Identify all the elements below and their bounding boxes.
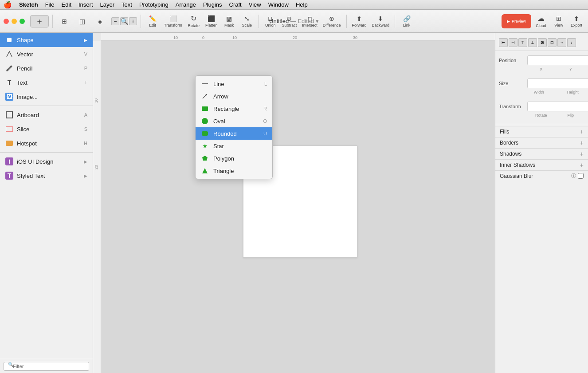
gaussian-blur-toggle[interactable] — [578, 173, 584, 179]
width-input[interactable] — [527, 79, 588, 88]
menu-file[interactable]: File — [45, 1, 55, 8]
sidebar-item-pencil[interactable]: Pencil P — [0, 61, 93, 75]
sidebar-item-styled-text[interactable]: T Styled Text ▶ — [0, 169, 93, 183]
canvas-area[interactable]: -10 0 10 20 30 10 20 Icon1 — [93, 33, 495, 373]
zoom-in-button[interactable]: 🔍 — [120, 17, 128, 25]
link-icon: 🔗 — [403, 15, 411, 22]
align-center-v-btn[interactable]: ⊠ — [538, 38, 547, 47]
difference-button[interactable]: ⊕ Difference — [321, 12, 343, 31]
dropdown-item-polygon[interactable]: Polygon — [196, 152, 272, 165]
rotate-button[interactable]: ↻ Rotate — [186, 12, 202, 31]
sidebar-item-hotspot[interactable]: Hotspot H — [0, 136, 93, 150]
dropdown-item-line[interactable]: Line L — [196, 78, 272, 90]
menu-sketch[interactable]: Sketch — [19, 1, 38, 8]
inner-shadows-section-header[interactable]: Inner Shadows + — [495, 159, 588, 170]
transform-label: Transform — [499, 104, 525, 109]
preview-icon: ▶ — [507, 19, 510, 24]
polygon-shape-icon — [201, 154, 209, 162]
dropdown-item-rectangle[interactable]: Rectangle R — [196, 102, 272, 115]
sidebar-item-shape[interactable]: Shape ▶ — [0, 33, 93, 47]
menu-view[interactable]: View — [249, 1, 261, 8]
dist-h-btn[interactable]: ↔ — [557, 38, 566, 47]
menu-edit[interactable]: Edit — [62, 1, 71, 8]
x-input[interactable] — [527, 55, 588, 65]
zoom-plus-button[interactable]: + — [129, 17, 137, 25]
gaussian-blur-section-header[interactable]: Gaussian Blur ⓘ — [495, 170, 588, 181]
panel-divider-sections — [495, 124, 588, 124]
menu-insert[interactable]: Insert — [78, 1, 93, 8]
sidebar-item-ios-ui-design[interactable]: i iOS UI Design ▶ — [0, 154, 93, 169]
symbol-insert-btn[interactable]: ◈ — [92, 12, 108, 31]
maximize-button[interactable] — [20, 19, 25, 24]
edit-button[interactable]: ✏️ Edit — [145, 12, 161, 31]
borders-add-btn[interactable]: + — [580, 139, 584, 146]
components-btn[interactable]: ◫ — [74, 12, 90, 31]
forward-button[interactable]: ⬆ Forward — [350, 12, 368, 31]
sidebar-item-image[interactable]: 🖼 Image... — [0, 90, 93, 104]
cloud-layers-btn[interactable]: ⊞ — [56, 12, 72, 31]
align-right-edge-btn[interactable]: ⊤ — [518, 38, 527, 47]
oval-shape-icon — [201, 117, 209, 125]
pencil-icon — [5, 64, 13, 72]
toolbar-separator-2 — [141, 15, 141, 28]
menu-plugins[interactable]: Plugins — [203, 1, 222, 8]
menu-layer[interactable]: Layer — [100, 1, 115, 8]
fills-add-btn[interactable]: + — [580, 128, 584, 135]
dropdown-item-star[interactable]: ★ Star — [196, 140, 272, 152]
position-labels-row: X Y — [499, 67, 584, 71]
filter-input[interactable] — [4, 362, 89, 371]
sidebar-item-slice[interactable]: Slice S — [0, 122, 93, 136]
minimize-button[interactable] — [12, 19, 17, 24]
link-button[interactable]: 🔗 Link — [399, 12, 415, 31]
menu-arrange[interactable]: Arrange — [176, 1, 196, 8]
insert-button[interactable]: ＋ — [30, 15, 49, 27]
flatten-icon: ⬛ — [208, 15, 215, 22]
mask-button[interactable]: ▩ Mask — [221, 12, 237, 31]
rotate-input[interactable] — [527, 102, 588, 111]
arrow-shape-icon — [201, 92, 209, 100]
transform-section: Transform ↔ ↕ Rotate Flip — [495, 99, 588, 122]
close-button[interactable] — [4, 19, 9, 24]
dropdown-item-triangle[interactable]: Triangle — [196, 165, 272, 177]
fills-section-header[interactable]: Fills + — [495, 126, 588, 137]
size-label: Size — [499, 81, 525, 86]
ruler-horizontal: -10 0 10 20 30 — [101, 33, 495, 41]
flatten-button[interactable]: ⬛ Flatten — [204, 12, 220, 31]
cloud-button[interactable]: ☁ Cloud — [533, 12, 549, 31]
align-left-edge-btn[interactable]: ⊢ — [499, 38, 508, 47]
dropdown-item-oval[interactable]: Oval O — [196, 115, 272, 127]
transform-button[interactable]: ⬜ Transform — [162, 12, 184, 31]
text-icon: T — [5, 79, 13, 86]
menu-craft[interactable]: Craft — [229, 1, 242, 8]
ruler-vertical: 10 20 — [93, 41, 101, 373]
borders-section-header[interactable]: Borders + — [495, 137, 588, 148]
menu-text[interactable]: Text — [122, 1, 132, 8]
view-button[interactable]: ⊞ View — [551, 12, 567, 31]
components-icon: ◫ — [79, 18, 85, 25]
size-labels-row: Width Height — [499, 90, 584, 94]
sidebar-item-text[interactable]: T Text T — [0, 75, 93, 90]
dist-v-btn[interactable]: ↕ — [567, 38, 576, 47]
menu-help[interactable]: Help — [296, 1, 308, 8]
align-top-edge-btn[interactable]: ⊥ — [528, 38, 537, 47]
sidebar-item-vector[interactable]: Vector V — [0, 47, 93, 61]
menu-prototyping[interactable]: Prototyping — [139, 1, 169, 8]
align-center-h-btn[interactable]: ⊣ — [509, 38, 517, 47]
apple-menu[interactable]: 🍎 — [4, 1, 12, 9]
shadows-section-header[interactable]: Shadows + — [495, 148, 588, 159]
dropdown-item-arrow[interactable]: Arrow — [196, 90, 272, 102]
toolbar-separator-1 — [52, 15, 53, 28]
zoom-out-button[interactable]: − — [111, 17, 119, 25]
backward-button[interactable]: ⬇ Backward — [370, 12, 392, 31]
dropdown-item-rounded[interactable]: Rounded U — [196, 127, 272, 140]
shadows-add-btn[interactable]: + — [580, 150, 584, 157]
align-bottom-edge-btn[interactable]: ⊡ — [548, 38, 557, 47]
sidebar-item-artboard[interactable]: Artboard A — [0, 108, 93, 122]
export-button[interactable]: ⬆ Export — [568, 12, 584, 31]
menu-window[interactable]: Window — [268, 1, 289, 8]
canvas-content[interactable]: Icon1 — [101, 41, 495, 373]
image-icon: 🖼 — [5, 93, 13, 101]
inner-shadows-add-btn[interactable]: + — [580, 161, 584, 169]
scale-button[interactable]: ⤡ Scale — [239, 12, 255, 31]
preview-button[interactable]: ▶ Preview — [502, 14, 531, 28]
